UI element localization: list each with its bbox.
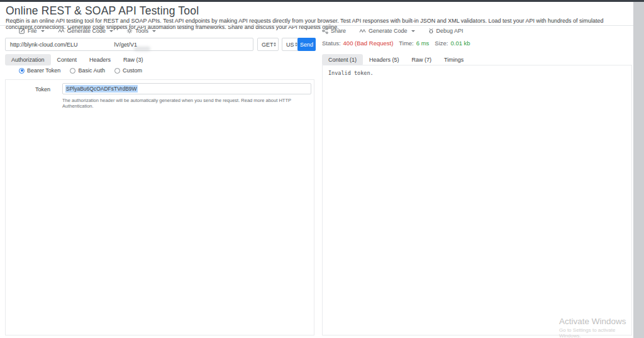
radio-selected-icon (19, 68, 25, 74)
browser-edge-bar (0, 0, 644, 2)
url-prefix: http://blynk-cloud.com/ELU (10, 42, 78, 48)
share-button[interactable]: Share (322, 28, 346, 34)
activate-windows-watermark: Activate Windows Go to Settings to activ… (559, 317, 631, 338)
radio-unselected-icon (70, 68, 75, 74)
page-title: Online REST & SOAP API Testing Tool (6, 4, 199, 18)
size-value: 0.01 kb (450, 40, 470, 47)
request-tabs: Authorization Content Headers Raw (3) (5, 54, 150, 65)
watermark-subtitle: Go to Settings to activate Windows. (559, 327, 631, 338)
debug-api-button[interactable]: Debug API (428, 28, 464, 34)
gear-icon (126, 28, 133, 34)
tab-headers[interactable]: Headers (83, 54, 117, 65)
request-toolbar: File Generate Code Tools (19, 28, 156, 34)
auth-type-radios: Bearer Token Basic Auth Custom (19, 67, 142, 74)
url-suffix: lV/get/V1 (114, 42, 138, 48)
generate-code-label: Generate Code (67, 28, 106, 34)
generate-code-menu-button[interactable]: Generate Code (58, 28, 114, 34)
header-divider (0, 25, 633, 26)
tab-response-timings[interactable]: Timings (438, 54, 470, 65)
share-label: Share (331, 28, 346, 34)
url-input[interactable]: http://blynk-cloud.com/ELUlV/get/V1 (5, 38, 253, 51)
radio-custom-label: Custom (123, 67, 142, 74)
tab-response-headers[interactable]: Headers (5) (363, 54, 406, 65)
tab-response-raw[interactable]: Raw (7) (406, 54, 438, 65)
time-value: 6 ms (416, 40, 430, 47)
chevron-down-icon (411, 30, 415, 32)
file-edit-icon (19, 28, 25, 34)
chevron-down-icon (152, 30, 156, 32)
status-label: Status: (322, 40, 341, 47)
tab-authorization[interactable]: Authorization (5, 54, 51, 65)
request-panel: Token SPlyaBu6QcOADFsTVrdB9W The authori… (5, 79, 314, 335)
tools-menu-label: Tools (135, 28, 148, 34)
tab-response-content[interactable]: Content (1) (322, 54, 363, 65)
token-help-body: The authorization header will be automat… (62, 98, 279, 103)
chevron-down-icon (109, 30, 113, 32)
token-value: SPlyaBu6QcOADFsTVrdB9W (65, 85, 138, 93)
debug-api-label: Debug API (436, 28, 464, 34)
file-menu-label: File (28, 28, 37, 34)
response-status-row: Status: 400 (Bad Request) Time: 6 ms Siz… (322, 40, 470, 47)
tab-content[interactable]: Content (51, 54, 84, 65)
radio-unselected-icon (114, 68, 120, 74)
url-redacted-segment (78, 42, 114, 48)
method-select[interactable]: GET (257, 38, 279, 51)
send-button[interactable]: Send (297, 38, 316, 51)
radio-basic-auth-label: Basic Auth (78, 67, 105, 74)
tab-raw[interactable]: Raw (3) (117, 54, 150, 65)
file-menu-button[interactable]: File (19, 28, 45, 34)
redaction-smudge (134, 47, 150, 51)
token-input[interactable]: SPlyaBu6QcOADFsTVrdB9W (62, 83, 311, 94)
code-icon (58, 28, 65, 34)
token-help-text: The authorization header will be automat… (62, 98, 314, 109)
tools-menu-button[interactable]: Tools (126, 28, 156, 34)
size-label: Size: (435, 40, 448, 47)
time-label: Time: (399, 40, 413, 47)
radio-custom[interactable]: Custom (114, 67, 142, 74)
radio-bearer-token-label: Bearer Token (27, 67, 60, 74)
page-scrollbar[interactable] (633, 2, 644, 338)
bug-icon (428, 28, 434, 34)
share-icon (322, 28, 328, 34)
response-tabs: Content (1) Headers (5) Raw (7) Timings (322, 54, 470, 65)
updown-arrows-icon (274, 42, 276, 47)
radio-basic-auth[interactable]: Basic Auth (70, 67, 105, 74)
response-body: Invalid token. (328, 70, 374, 76)
region-value: US (286, 42, 294, 48)
code-icon (359, 28, 366, 34)
generate-code-menu-button-response[interactable]: Generate Code (359, 28, 415, 34)
watermark-title: Activate Windows (559, 317, 631, 326)
response-toolbar: Share Generate Code Debug API (322, 28, 464, 34)
radio-bearer-token[interactable]: Bearer Token (19, 67, 60, 74)
status-value: 400 (Bad Request) (343, 40, 394, 47)
token-label: Token (35, 86, 50, 93)
method-value: GET (262, 42, 274, 48)
chevron-down-icon (41, 30, 45, 32)
generate-code-label: Generate Code (369, 28, 408, 34)
response-panel: Invalid token. Activate Windows Go to Se… (322, 65, 632, 335)
